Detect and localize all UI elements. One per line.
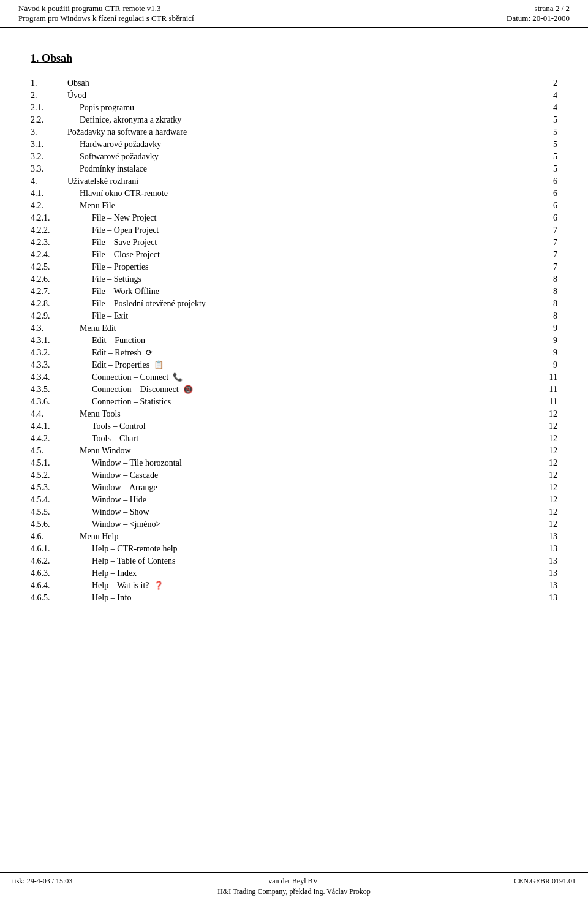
toc-row: 4.5.Menu Window12 bbox=[31, 445, 557, 457]
toc-num: 4.6.2. bbox=[31, 555, 67, 567]
toc-num: 4.6.3. bbox=[31, 567, 67, 580]
toc-page: 6 bbox=[533, 200, 557, 212]
toc-label: File – Save Project bbox=[67, 236, 533, 249]
toc-row: 4.2.4.File – Close Project7 bbox=[31, 249, 557, 261]
toc-row: 4.6.1.Help – CTR-remote help13 bbox=[31, 543, 557, 555]
toc-row: 4.3.Menu Edit9 bbox=[31, 322, 557, 335]
toc-page: 11 bbox=[533, 371, 557, 384]
toc-num: 4.5.1. bbox=[31, 457, 67, 469]
toc-label: Menu Help bbox=[67, 531, 533, 543]
toc-num: 4.5.4. bbox=[31, 494, 67, 506]
footer-row1: tisk: 29-4-03 / 15:03 van der Beyl BV CE… bbox=[12, 877, 576, 886]
toc-page: 13 bbox=[533, 580, 557, 592]
toc-label: Uživatelské rozhraní bbox=[67, 175, 533, 187]
toc-label: Edit – Refresh ⟳ bbox=[67, 347, 533, 359]
toc-num: 3.1. bbox=[31, 138, 67, 151]
toc-page: 6 bbox=[533, 175, 557, 187]
toc-num: 4.2.9. bbox=[31, 310, 67, 322]
toc-num: 4.5.2. bbox=[31, 469, 67, 482]
toc-row: 3.3.Podmínky instalace5 bbox=[31, 163, 557, 175]
toc-num: 4.4.1. bbox=[31, 420, 67, 433]
main-content: 1. Obsah 1.Obsah22.Úvod42.1.Popis progra… bbox=[0, 28, 588, 653]
toc-page: 13 bbox=[533, 531, 557, 543]
toc-page: 9 bbox=[533, 359, 557, 371]
toc-row: 4.2.8.File – Poslední otevřené projekty8 bbox=[31, 298, 557, 310]
toc-label: Obsah bbox=[67, 77, 533, 89]
toc-row: 4.3.5.Connection – Disconnect 📵11 bbox=[31, 384, 557, 396]
toc-row: 4.5.6.Window – <jméno>12 bbox=[31, 518, 557, 531]
header-page: strana 2 / 2 bbox=[507, 4, 570, 13]
header-date: Datum: 20-01-2000 bbox=[507, 13, 570, 23]
toc-page: 8 bbox=[533, 310, 557, 322]
toc-page: 12 bbox=[533, 518, 557, 531]
toc-label: Hlavní okno CTR-remote bbox=[67, 187, 533, 200]
toc-label: Menu Tools bbox=[67, 408, 533, 420]
toc-num: 4.3.4. bbox=[31, 371, 67, 384]
toc-label: Tools – Chart bbox=[67, 433, 533, 445]
footer-right: CEN.GEBR.0191.01 bbox=[514, 877, 576, 886]
toc-page: 13 bbox=[533, 567, 557, 580]
toc-row: 3.2.Softwarové požadavky5 bbox=[31, 151, 557, 163]
toc-page: 2 bbox=[533, 77, 557, 89]
toc-row: 4.Uživatelské rozhraní6 bbox=[31, 175, 557, 187]
toc-row: 4.4.2.Tools – Chart12 bbox=[31, 433, 557, 445]
toc-row: 4.2.2.File – Open Project7 bbox=[31, 224, 557, 236]
toc-num: 3.2. bbox=[31, 151, 67, 163]
toc-num: 3. bbox=[31, 126, 67, 138]
footer-center: van der Beyl BV bbox=[268, 877, 318, 886]
toc-page: 12 bbox=[533, 506, 557, 518]
toc-page: 12 bbox=[533, 420, 557, 433]
toc-row: 4.3.1.Edit – Function9 bbox=[31, 335, 557, 347]
toc-row: 4.2.1.File – New Project6 bbox=[31, 212, 557, 224]
toc-page: 8 bbox=[533, 286, 557, 298]
toc-row: 4.2.5.File – Properties7 bbox=[31, 261, 557, 273]
toc-row: 2.Úvod4 bbox=[31, 89, 557, 102]
toc-row: 3.Požadavky na software a hardware5 bbox=[31, 126, 557, 138]
toc-label: Edit – Properties 📋 bbox=[67, 359, 533, 371]
toc-label: Window – Arrange bbox=[67, 482, 533, 494]
toc-label: File – Close Project bbox=[67, 249, 533, 261]
toc-label: Definice, akronyma a zkratky bbox=[67, 114, 533, 126]
toc-page: 4 bbox=[533, 102, 557, 114]
toc-label: Connection – Disconnect 📵 bbox=[67, 384, 533, 396]
toc-label: Help – Wat is it? ❓ bbox=[67, 580, 533, 592]
toc-num: 4.4.2. bbox=[31, 433, 67, 445]
toc-num: 4.2.1. bbox=[31, 212, 67, 224]
toc-row: 4.2.6.File – Settings8 bbox=[31, 273, 557, 286]
toc-page: 5 bbox=[533, 114, 557, 126]
toc-label: File – Work Offline bbox=[67, 286, 533, 298]
toc-num: 4.5.3. bbox=[31, 482, 67, 494]
toc-row: 4.5.1.Window – Tile horozontal12 bbox=[31, 457, 557, 469]
toc-label: Menu Edit bbox=[67, 322, 533, 335]
toc-label: Požadavky na software a hardware bbox=[67, 126, 533, 138]
properties-icon: 📋 bbox=[152, 360, 164, 369]
header-right: strana 2 / 2 Datum: 20-01-2000 bbox=[507, 4, 570, 23]
toc-num: 4.5. bbox=[31, 445, 67, 457]
toc-num: 4.3.1. bbox=[31, 335, 67, 347]
toc-num: 4.2.7. bbox=[31, 286, 67, 298]
toc-label: Window – Show bbox=[67, 506, 533, 518]
toc-row: 4.2.3.File – Save Project7 bbox=[31, 236, 557, 249]
toc-num: 4.6. bbox=[31, 531, 67, 543]
toc-num: 4.2. bbox=[31, 200, 67, 212]
toc-page: 13 bbox=[533, 592, 557, 604]
toc-page: 7 bbox=[533, 236, 557, 249]
toc-num: 4.2.4. bbox=[31, 249, 67, 261]
toc-label: File – Exit bbox=[67, 310, 533, 322]
toc-row: 2.2.Definice, akronyma a zkratky5 bbox=[31, 114, 557, 126]
toc-row: 4.6.Menu Help13 bbox=[31, 531, 557, 543]
toc-num: 4. bbox=[31, 175, 67, 187]
toc-row: 4.3.3.Edit – Properties 📋9 bbox=[31, 359, 557, 371]
toc-row: 4.6.2.Help – Table of Contens13 bbox=[31, 555, 557, 567]
toc-page: 12 bbox=[533, 445, 557, 457]
toc-label: Popis programu bbox=[67, 102, 533, 114]
toc-label: Connection – Connect 📞 bbox=[67, 371, 533, 384]
toc-row: 4.5.3.Window – Arrange12 bbox=[31, 482, 557, 494]
toc-num: 4.4. bbox=[31, 408, 67, 420]
toc-num: 4.1. bbox=[31, 187, 67, 200]
toc-label: Tools – Control bbox=[67, 420, 533, 433]
toc-row: 4.6.5.Help – Info13 bbox=[31, 592, 557, 604]
toc-row: 4.3.4.Connection – Connect 📞11 bbox=[31, 371, 557, 384]
toc-label: File – Properties bbox=[67, 261, 533, 273]
toc-table: 1.Obsah22.Úvod42.1.Popis programu42.2.De… bbox=[31, 77, 557, 604]
